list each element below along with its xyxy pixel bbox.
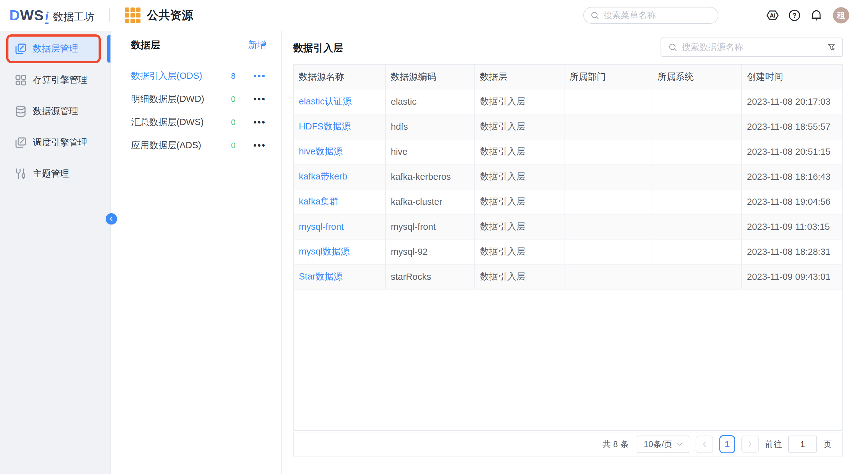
layer-count-badge: 8 — [226, 71, 240, 81]
sidebar-item-datasource-mgmt[interactable]: 数据源管理 — [0, 96, 111, 127]
column-header-code: 数据源编码 — [385, 65, 475, 89]
datasource-search-box[interactable] — [660, 37, 843, 57]
datasource-name-link[interactable]: HDFS数据源 — [294, 114, 385, 139]
layer-item-dws[interactable]: 汇总数据层(DWS) 0 ••• — [111, 111, 281, 134]
datasource-dept — [564, 189, 652, 214]
sidebar-item-storage-engine-mgmt[interactable]: 存算引擎管理 — [0, 64, 111, 96]
datasource-table: 数据源名称 数据源编码 数据层 所属部门 所属系统 创建时间 elastic认证… — [294, 65, 843, 290]
next-page-button[interactable] — [741, 436, 759, 453]
layer-more-icon[interactable]: ••• — [253, 141, 266, 150]
layer-item-dwd[interactable]: 明细数据层(DWD) 0 ••• — [111, 88, 281, 111]
table-row: kafka集群 kafka-cluster 数据引入层 2023-11-08 1… — [294, 189, 843, 214]
datasource-code: hdfs — [385, 114, 475, 139]
layer-label: 明细数据层(DWD) — [131, 93, 226, 105]
datasource-code: mysql-92 — [385, 239, 475, 264]
search-icon — [590, 11, 599, 20]
layer-more-icon[interactable]: ••• — [253, 117, 266, 127]
datasource-created: 2023-11-09 09:43:01 — [742, 264, 843, 289]
layer-label: 数据引入层(ODS) — [131, 70, 226, 82]
layer-item-ads[interactable]: 应用数据层(ADS) 0 ••• — [111, 134, 281, 157]
ai-assistant-icon[interactable]: AI — [765, 8, 780, 23]
datasource-code: hive — [385, 139, 475, 164]
datasource-name-link[interactable]: kafka集群 — [294, 189, 385, 214]
help-icon[interactable]: ? — [787, 8, 802, 23]
layer-count-badge: 0 — [226, 94, 240, 104]
menu-search-box[interactable] — [583, 7, 718, 24]
sidebar-collapse-button[interactable] — [106, 213, 117, 225]
tools-icon — [14, 167, 27, 180]
datasource-created: 2023-11-08 20:51:15 — [742, 139, 843, 164]
user-avatar[interactable]: 租 — [833, 7, 849, 24]
layer-more-icon[interactable]: ••• — [253, 71, 266, 81]
datasource-created: 2023-11-09 11:03:15 — [742, 214, 843, 239]
datasource-created: 2023-11-08 18:16:43 — [742, 164, 843, 189]
column-header-created: 创建时间 — [742, 65, 843, 89]
datasource-dept — [564, 139, 652, 164]
page-size-select[interactable]: 10条/页 — [637, 436, 689, 453]
add-layer-button[interactable]: 新增 — [248, 39, 266, 51]
layer-item-ods[interactable]: 数据引入层(ODS) 8 ••• — [111, 64, 281, 88]
svg-text:?: ? — [792, 11, 796, 20]
prev-page-button[interactable] — [695, 436, 713, 453]
main-layout: 数据层管理 存算引擎管理 — [0, 31, 868, 474]
datasource-system — [652, 114, 742, 139]
table-row: elastic认证源 elastic 数据引入层 2023-11-08 20:1… — [294, 89, 843, 114]
datasource-system — [652, 264, 742, 289]
components-icon — [14, 73, 27, 87]
column-header-name: 数据源名称 — [294, 65, 385, 89]
datasource-dept — [564, 164, 652, 189]
table-row: hive数据源 hive 数据引入层 2023-11-08 20:51:15 — [294, 139, 843, 164]
navbar-actions: AI ? 租 — [765, 7, 849, 24]
datasource-code: kafka-kerberos — [385, 164, 475, 189]
datasource-created: 2023-11-08 18:28:31 — [742, 239, 843, 264]
sidebar-item-label: 调度引擎管理 — [33, 136, 87, 149]
table-row: Star数据源 starRocks 数据引入层 2023-11-09 09:43… — [294, 264, 843, 289]
apps-grid-icon[interactable] — [125, 7, 141, 23]
sidebar-item-theme-mgmt[interactable]: 主题管理 — [0, 158, 111, 190]
database-icon — [14, 105, 27, 118]
menu-search-input[interactable] — [603, 10, 712, 20]
table-row: HDFS数据源 hdfs 数据引入层 2023-11-08 18:55:57 — [294, 114, 843, 139]
page-size-value: 10条/页 — [644, 439, 673, 450]
pagination-bar: 共 8 条 10条/页 1 前 — [293, 432, 843, 456]
datasource-system — [652, 164, 742, 189]
datasource-name-link[interactable]: elastic认证源 — [294, 89, 385, 114]
page-number-1[interactable]: 1 — [719, 435, 735, 453]
table-row: mysql-front mysql-front 数据引入层 2023-11-09… — [294, 214, 843, 239]
datasource-layer: 数据引入层 — [475, 239, 564, 264]
layers-panel: 数据层 新增 数据引入层(ODS) 8 ••• 明细数据层(DWD) 0 •••… — [111, 31, 282, 474]
datasource-name-link[interactable]: Star数据源 — [294, 264, 385, 289]
datasource-layer: 数据引入层 — [475, 89, 564, 114]
datasource-layer: 数据引入层 — [475, 164, 564, 189]
datasource-name-link[interactable]: hive数据源 — [294, 139, 385, 164]
sidebar-item-scheduler-engine-mgmt[interactable]: 调度引擎管理 — [0, 127, 111, 158]
layer-count-badge: 0 — [226, 141, 240, 150]
datasource-dept — [564, 239, 652, 264]
scheduler-icon — [14, 136, 27, 149]
top-navbar: DWS i 数据工坊 公共资源 AI — [0, 0, 868, 31]
sidebar-item-label: 数据层管理 — [33, 42, 78, 55]
filter-funnel-icon[interactable] — [827, 42, 836, 52]
page-title: 数据引入层 — [293, 41, 343, 55]
table-row: mysql数据源 mysql-92 数据引入层 2023-11-08 18:28… — [294, 239, 843, 264]
chevron-left-icon — [702, 441, 707, 447]
goto-page-input[interactable] — [788, 436, 817, 453]
active-menu-pill[interactable]: 数据层管理 — [7, 35, 100, 63]
datasource-name-link[interactable]: mysql-front — [294, 214, 385, 239]
brand-logo[interactable]: DWS i 数据工坊 — [9, 7, 94, 24]
datasource-name-link[interactable]: mysql数据源 — [294, 239, 385, 264]
datasource-search-input[interactable] — [682, 42, 827, 52]
datasource-dept — [564, 214, 652, 239]
datasource-layer: 数据引入层 — [475, 264, 564, 289]
data-layer-icon — [14, 42, 27, 55]
datasource-dept — [564, 114, 652, 139]
datasource-name-link[interactable]: kafka带kerb — [294, 164, 385, 189]
datasource-panel-header: 数据引入层 — [293, 31, 843, 64]
page-unit-label: 页 — [823, 439, 832, 450]
sidebar-item-data-layer-mgmt[interactable]: 数据层管理 — [0, 33, 111, 64]
datasource-dept — [564, 89, 652, 114]
layer-more-icon[interactable]: ••• — [253, 94, 266, 104]
chevron-down-icon — [677, 442, 682, 446]
notification-bell-icon[interactable] — [809, 8, 824, 23]
datasource-code: mysql-front — [385, 214, 475, 239]
